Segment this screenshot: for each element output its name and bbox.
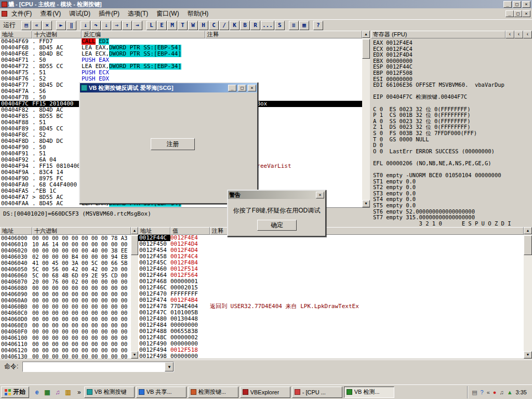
dump-row[interactable]: 0040602000 00 00 00 00 00 40 00 38 EE 14… — [0, 247, 131, 254]
menubar-item-1[interactable]: 查看(V) — [36, 8, 65, 20]
stack-row[interactable]: 0012F46C00002015 — [138, 285, 524, 291]
view-patches-button[interactable]: / — [219, 21, 229, 30]
scroll-down-icon[interactable]: ▼ — [524, 351, 532, 358]
disasm-row[interactable]: 00404F69. FFD7CALL EDI — [0, 38, 362, 45]
dump-scrollbar[interactable]: ▲ ▼ — [131, 227, 138, 358]
quicklaunch-desktop-icon[interactable]: ▦ — [43, 388, 51, 396]
warning-dialog[interactable]: 警告 × 你按了F8键,怀疑你在用OD调试 确定 — [227, 190, 326, 237]
quick-launch-chevron-icon[interactable]: » — [76, 389, 83, 396]
command-combobox[interactable]: ▼ — [22, 362, 174, 372]
stack-row[interactable]: 0012F48C00000002 — [138, 335, 524, 341]
help-button[interactable]: ? — [313, 21, 323, 30]
tray-network-icon[interactable]: ▲ — [507, 388, 513, 396]
stack-row[interactable]: 0012F44C0012F4E4 — [138, 235, 524, 241]
tray-volume-icon[interactable]: ♫ — [499, 388, 503, 396]
view-threads-button[interactable]: T — [178, 21, 188, 30]
stack-row[interactable]: 0012F470FFFFFFFF — [138, 291, 524, 297]
register-line[interactable]: ST3 empty 0.0 — [373, 190, 530, 196]
appearance-button[interactable]: ≡ — [289, 21, 299, 30]
command-input[interactable] — [23, 362, 165, 371]
menubar-item-2[interactable]: 调试(D) — [65, 8, 95, 20]
dump-row[interactable]: 0040608000 00 00 00 00 00 00 00 00 00 00… — [0, 285, 131, 291]
disasm-row[interactable]: 00404F76. 52PUSH EDX — [0, 76, 362, 82]
stack-row[interactable]: 0012F48000130448 — [138, 316, 524, 322]
register-line[interactable]: ST6 empty 52.000000000000000000 — [373, 208, 530, 215]
restart-button[interactable]: « — [32, 21, 42, 30]
dump-row[interactable]: 004060B000 00 00 00 00 00 00 00 00 00 00… — [0, 303, 131, 310]
warning-dialog-titlebar[interactable]: 警告 × — [228, 191, 325, 199]
vb-dialog-titlebar[interactable]: VB 检测按键反调试 爱琴海[SCG] _ □ × — [80, 83, 257, 92]
scroll-up-icon[interactable]: ▲ — [131, 227, 138, 234]
dump-row[interactable]: 004060605C 00 68 4B 6D 09 2E 95 CD 00 00… — [0, 272, 131, 278]
register-line[interactable]: EAX 0012F4E4 — [373, 39, 530, 46]
stack-row[interactable]: 0012F4580012F4C4 — [138, 254, 524, 260]
register-line[interactable]: C 0 ES 0023 32 位 0(FFFFFFFF) — [373, 106, 530, 112]
disasm-row[interactable]: 00404F72. 8D55 CCLEA EDX,DWORD PTR SS:[E… — [0, 63, 362, 70]
registers-pane-button-0[interactable]: ‹ — [506, 31, 514, 38]
scroll-thumb[interactable] — [362, 39, 370, 59]
disasm-headers-col-0[interactable]: 地址 — [0, 31, 32, 38]
stack-row[interactable]: 0012F4500012F4D4 — [138, 241, 524, 247]
view-cpu-button[interactable]: C — [209, 21, 219, 30]
close-process-button[interactable]: × — [42, 21, 52, 30]
register-line[interactable]: Z 1 DS 0023 32 位 0(FFFFFFFF) — [373, 124, 530, 130]
animate-into-button[interactable]: ⇓ — [101, 21, 111, 30]
step-into-button[interactable]: ↓ — [81, 21, 90, 30]
register-line[interactable]: ST2 empty 0.0 — [373, 184, 530, 190]
vb-minimize-button[interactable]: _ — [228, 85, 236, 91]
register-line[interactable] — [373, 88, 530, 94]
register-line[interactable]: S 0 FS 003B 32 位 7FFDF000(FFF) — [373, 130, 530, 136]
taskbar-button-5[interactable]: VB 检测... — [344, 387, 394, 398]
menubar-item-0[interactable]: 文件(F) — [7, 8, 36, 20]
dump-row[interactable]: 004060505C 00 56 00 42 00 42 00 20 00 00… — [0, 266, 131, 272]
scroll-track[interactable] — [131, 255, 138, 351]
maximize-button[interactable]: □ — [513, 1, 521, 8]
dump-row[interactable]: 0040600000 00 00 00 00 00 00 00 78 A3 14… — [0, 235, 131, 241]
quicklaunch-media-icon[interactable]: ♫ — [54, 388, 62, 396]
dump-headers-col-0[interactable]: 地址 — [0, 227, 32, 235]
stack-row[interactable]: 0012F47C0101005B — [138, 310, 524, 316]
warning-close-button[interactable]: × — [316, 192, 324, 198]
animate-over-button[interactable]: ⇒ — [112, 21, 122, 30]
vb-maximize-button[interactable]: □ — [238, 85, 246, 91]
dump-row[interactable]: 0040613000 00 00 00 00 00 00 00 00 00 00… — [0, 353, 131, 358]
register-line[interactable]: D 0 — [373, 142, 530, 148]
menubar-item-6[interactable]: 帮助(H) — [183, 8, 213, 20]
tray-alert-icon[interactable]: ● — [493, 388, 497, 396]
register-line[interactable]: ESI 00000000 — [373, 76, 530, 82]
register-line[interactable]: EDI 66106E36 OFFSET MSVBVM60.__vbaVarDup — [373, 82, 530, 88]
pause-button[interactable]: ‖ — [66, 21, 76, 30]
ok-button[interactable]: 确定 — [257, 220, 297, 231]
view-references-button[interactable]: R — [250, 21, 260, 30]
scroll-thumb[interactable] — [524, 235, 532, 255]
dump-row[interactable]: 004060D000 00 00 00 00 00 00 00 00 00 00… — [0, 316, 131, 322]
registers-pane-button-1[interactable]: ‹ — [514, 31, 523, 38]
stack-headers-col-0[interactable]: 地址 — [138, 227, 170, 235]
register-line[interactable]: O 0 LastErr ERROR_SUCCESS (00000000) — [373, 148, 530, 154]
register-line[interactable]: ECX 0012F4C4 — [373, 46, 530, 52]
register-line[interactable]: A 0 SS 0023 32 位 0(FFFFFFFF) — [373, 118, 530, 124]
options-button[interactable]: ▦ — [299, 21, 309, 30]
register-line[interactable]: T 0 GS 0000 NULL — [373, 136, 530, 142]
run-button[interactable]: ► — [56, 21, 66, 30]
scroll-track[interactable] — [362, 59, 370, 200]
registers-pane-button-2[interactable]: ‹ — [523, 31, 532, 38]
scroll-down-icon[interactable]: ▼ — [131, 351, 138, 358]
taskbar-button-3[interactable]: VBExplorer — [240, 387, 290, 398]
dump-row[interactable]: 0040601010 A6 14 00 00 00 00 00 00 00 00… — [0, 241, 131, 247]
view-windows-button[interactable]: W — [188, 21, 198, 30]
view-memory-button[interactable]: M — [167, 21, 177, 30]
stack-row[interactable]: 0012F48800655838 — [138, 328, 524, 335]
quicklaunch-folder-icon[interactable]: ▥ — [64, 388, 72, 396]
view-run-trace-button[interactable]: ... — [261, 21, 274, 30]
view-call-stack-button[interactable]: K — [230, 21, 240, 30]
disasm-row[interactable]: 00404F6E. 8D4D BCLEA ECX,DWORD PTR SS:[E… — [0, 51, 362, 57]
stack-row[interactable]: 0012F49000000000 — [138, 341, 524, 347]
register-line[interactable]: EFL 00000206 (NO,NB,NE,A,NS,PE,GE,G) — [373, 160, 530, 166]
minimize-button[interactable]: _ — [503, 1, 512, 8]
stack-headers-col-1[interactable]: 值 — [170, 227, 210, 235]
registers-header-label[interactable]: 寄存器 (FPU) — [371, 31, 506, 38]
menubar-item-3[interactable]: 插件(P) — [95, 8, 124, 20]
register-line[interactable]: P 1 CS 001B 32 位 0(FFFFFFFF) — [373, 112, 530, 118]
mdi-restore-button[interactable]: □ — [514, 10, 522, 17]
